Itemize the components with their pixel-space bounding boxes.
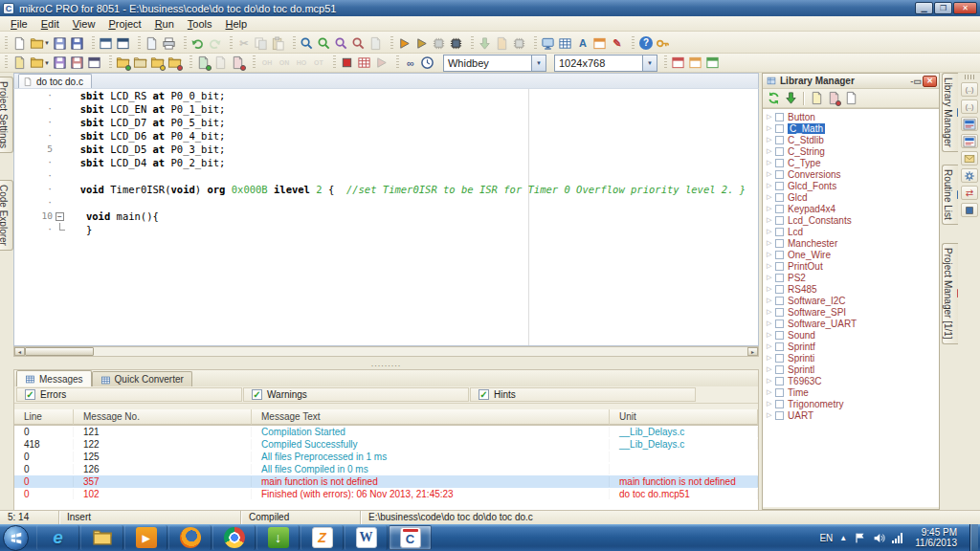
dock-tab-routine-list[interactable]: Routine List (942, 165, 958, 225)
expand-icon[interactable]: ▷ (767, 182, 775, 189)
message-row[interactable]: 0121Compilation Started__Lib_Delays.c (14, 426, 758, 438)
library-checkbox[interactable] (775, 124, 784, 133)
library-item-keypad4x4[interactable]: ▷Keypad4x4 (763, 203, 939, 214)
library-checkbox[interactable] (775, 331, 784, 340)
ascii-chart-icon[interactable]: A (574, 34, 591, 52)
taskbar-app-mikroc[interactable]: C (389, 525, 432, 550)
menu-help[interactable]: Help (219, 17, 255, 31)
breakpoint-icon[interactable] (339, 55, 356, 72)
save-file-icon[interactable] (52, 34, 69, 52)
chevron-down-icon[interactable]: ▼ (531, 55, 546, 71)
library-checkbox[interactable] (775, 251, 784, 259)
expand-icon[interactable]: ▷ (767, 136, 775, 143)
column-header-message-text[interactable]: Message Text (252, 409, 610, 425)
library-item-button[interactable]: ▷Button (763, 111, 939, 122)
taskbar-app-firefox[interactable] (168, 525, 212, 550)
taskbar-app-internet-explorer[interactable]: e (36, 525, 79, 550)
expand-icon[interactable]: ▷ (767, 262, 775, 270)
help-icon[interactable]: ? (637, 34, 655, 52)
library-checkbox[interactable] (775, 377, 784, 386)
library-item-printout[interactable]: ▷PrintOut (763, 260, 939, 272)
editor-tab[interactable]: do toc do.c (18, 74, 92, 88)
library-item-software_spi[interactable]: ▷Software_SPI (763, 306, 939, 318)
library-item-rs485[interactable]: ▷RS485 (763, 283, 939, 295)
expand-icon[interactable]: ▷ (767, 400, 775, 408)
lcd-custom-char-icon[interactable]: ✎ (609, 34, 626, 52)
expand-icon[interactable]: ▷ (767, 365, 775, 373)
library-item-glcd_fonts[interactable]: ▷Glcd_Fonts (763, 180, 939, 191)
watch-values-icon[interactable]: ∞ (402, 55, 419, 72)
eeprom-editor-icon[interactable] (557, 34, 574, 52)
copy-icon[interactable] (253, 34, 270, 52)
menu-file[interactable]: File (4, 17, 34, 31)
minimize-button[interactable]: ▁ (915, 2, 933, 14)
library-checkbox[interactable] (775, 193, 784, 202)
library-checkbox[interactable] (775, 170, 784, 179)
find-in-files-icon[interactable] (350, 34, 368, 52)
taskbar-app-idm[interactable]: ↓ (256, 525, 300, 550)
expand-icon[interactable]: ▷ (767, 297, 775, 304)
expand-icon[interactable]: ▷ (767, 147, 775, 155)
library-item-c_string[interactable]: ▷C_String (763, 145, 939, 157)
library-item-uart[interactable]: ▷UART (763, 409, 939, 421)
open-recent-icon[interactable] (28, 55, 45, 72)
fold-toggle-icon[interactable]: − (56, 212, 64, 221)
menu-edit[interactable]: Edit (34, 17, 66, 31)
menu-tools[interactable]: Tools (181, 17, 219, 31)
save-unit-as-icon[interactable] (69, 55, 86, 72)
library-item-c_stdlib[interactable]: ▷C_Stdlib (763, 134, 939, 145)
close-unit-icon[interactable] (86, 55, 103, 72)
library-item-lcd_constants[interactable]: ▷Lcd_Constants (763, 214, 939, 226)
library-checkbox[interactable] (775, 147, 784, 156)
library-checkbox[interactable] (775, 342, 784, 351)
new-file-icon[interactable] (11, 34, 28, 52)
message-row[interactable]: 0126All files Compiled in 0 ms (14, 463, 758, 475)
library-checkbox[interactable] (775, 320, 784, 328)
rebuild-library-icon[interactable] (782, 90, 799, 107)
expand-icon[interactable]: ▷ (767, 354, 775, 362)
taskbar-app-zigzag-app[interactable]: Z (301, 525, 344, 550)
library-checkbox[interactable] (775, 205, 784, 213)
expand-icon[interactable]: ▷ (767, 239, 775, 247)
expand-icon[interactable]: ▷ (767, 331, 775, 339)
message-row[interactable]: 0357main function is not definedmain fun… (14, 475, 758, 488)
quick-tip-icon[interactable] (655, 34, 672, 52)
library-item-c_type[interactable]: ▷C_Type (763, 157, 939, 168)
expand-icon[interactable]: ▷ (767, 411, 775, 419)
stop-build-icon[interactable] (230, 55, 247, 72)
expand-icon[interactable]: ▷ (767, 205, 775, 212)
expand-icon[interactable]: ▷ (767, 274, 775, 281)
expand-icon[interactable]: ▷ (767, 113, 775, 121)
sidebar-tab-project-settings[interactable]: Project Settings (0, 77, 13, 153)
breakpoints-on-icon[interactable]: ON (276, 55, 293, 72)
taskbar-app-media-player[interactable]: ▶ (124, 525, 167, 550)
expand-icon[interactable]: ▷ (767, 308, 775, 316)
hints-checkbox[interactable]: ✓ (479, 389, 489, 400)
tray-expand-icon[interactable]: ▲ (839, 534, 847, 542)
copy-code-to-clipboard-icon[interactable] (11, 55, 28, 72)
build-and-program-icon[interactable] (431, 34, 448, 52)
check-all-libraries-icon[interactable] (808, 90, 825, 107)
dock-tab-library-manager[interactable]: Library Manager (942, 73, 958, 152)
editor-horizontal-scrollbar[interactable]: ◄ ► (13, 346, 759, 357)
column-header-line[interactable]: Line (14, 409, 74, 425)
library-item-ps2[interactable]: ▷PS2 (763, 272, 939, 283)
breakpoints-list-icon[interactable] (356, 55, 373, 72)
library-checkbox[interactable] (775, 216, 784, 225)
library-checkbox[interactable] (775, 228, 784, 236)
library-checkbox[interactable] (775, 262, 784, 271)
column-header-unit[interactable]: Unit (610, 409, 758, 425)
copy-library-list-icon[interactable] (842, 90, 859, 107)
action-center-icon[interactable] (854, 532, 866, 544)
scroll-left-button[interactable]: ◄ (14, 347, 25, 356)
library-checkbox[interactable] (775, 136, 784, 144)
menu-project[interactable]: Project (101, 17, 147, 31)
language-indicator[interactable]: EN (819, 533, 833, 543)
taskbar-app-windows-explorer[interactable] (80, 525, 123, 550)
expand-icon[interactable]: ▷ (767, 159, 775, 166)
library-item-lcd[interactable]: ▷Lcd (763, 226, 939, 237)
build-all-icon[interactable] (413, 34, 431, 52)
library-checkbox[interactable] (775, 113, 784, 121)
open-project-icon[interactable] (132, 55, 149, 72)
sidebar-tab-code-explorer[interactable]: Code Explorer (0, 180, 13, 251)
